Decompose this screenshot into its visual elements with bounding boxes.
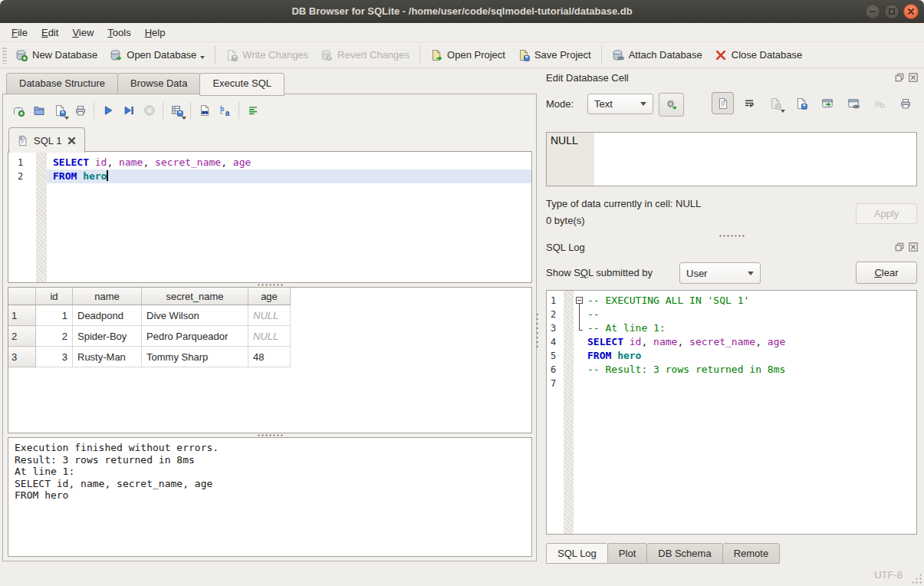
cell-secret-name[interactable]: Pedro Parqueador bbox=[142, 326, 248, 347]
cell-age[interactable]: NULL bbox=[248, 326, 291, 347]
print-cell-button[interactable] bbox=[894, 92, 916, 114]
save-results-button[interactable] bbox=[166, 100, 187, 121]
row-number[interactable]: 3 bbox=[8, 347, 36, 367]
dock-splitter[interactable] bbox=[546, 234, 917, 238]
log-line[interactable]: 4 SELECT id, name, secret_name, age bbox=[547, 335, 916, 349]
toolbar-close-database-button[interactable]: Close Database bbox=[709, 45, 809, 65]
close-sql-tab-icon[interactable] bbox=[67, 136, 77, 146]
chevron-down-icon[interactable] bbox=[182, 117, 186, 120]
table-row[interactable]: 33Rusty-ManTommy Sharp48 bbox=[8, 347, 291, 367]
tab-browse-data[interactable]: Browse Data bbox=[117, 73, 200, 94]
menu-file[interactable]: File bbox=[5, 25, 35, 41]
tab-execute-sql[interactable]: Execute SQL bbox=[199, 73, 284, 96]
fold-margin[interactable] bbox=[574, 294, 587, 308]
close-button[interactable] bbox=[903, 4, 919, 19]
sql-log-filter-combobox[interactable]: User bbox=[679, 262, 761, 284]
sql-log-filter-value: User bbox=[686, 268, 707, 279]
menu-tools[interactable]: Tools bbox=[100, 25, 137, 41]
cell-age[interactable]: NULL bbox=[248, 305, 291, 326]
format-sql-button[interactable] bbox=[242, 100, 263, 121]
cell-id[interactable]: 3 bbox=[36, 347, 73, 367]
cell-name[interactable]: Spider-Boy bbox=[73, 326, 142, 347]
column-header-secret-name[interactable]: secret_name bbox=[142, 288, 248, 305]
text-cursor bbox=[107, 170, 108, 181]
execute-all-icon bbox=[102, 104, 114, 117]
toolbar-open-database-button[interactable]: Open Database bbox=[104, 45, 211, 65]
cell-age[interactable]: 48 bbox=[248, 347, 291, 367]
results-grid[interactable]: idnamesecret_nameage 11DeadpondDive Wils… bbox=[8, 287, 532, 433]
bottom-tab-plot[interactable]: Plot bbox=[607, 543, 647, 564]
print-sql-button[interactable] bbox=[70, 100, 90, 121]
float-dock-icon[interactable] bbox=[894, 72, 904, 82]
attach-database-icon bbox=[612, 49, 624, 61]
find-replace-button[interactable]: ba bbox=[215, 100, 235, 121]
apply-cell-changes-button[interactable] bbox=[659, 93, 684, 117]
column-header-id[interactable]: id bbox=[36, 288, 73, 305]
menu-help[interactable]: Help bbox=[138, 25, 173, 41]
column-header-name[interactable]: name bbox=[73, 288, 142, 305]
toolbar-new-database-button[interactable]: New Database bbox=[9, 45, 104, 65]
toolbar-attach-database-button[interactable]: Attach Database bbox=[606, 45, 709, 65]
clear-log-button[interactable]: Clear bbox=[856, 262, 917, 284]
new-sql-tab-button[interactable] bbox=[8, 100, 28, 121]
log-line[interactable]: 6 -- Result: 3 rows returned in 8ms bbox=[547, 363, 916, 377]
copy-link-button[interactable] bbox=[842, 92, 864, 114]
window-titlebar[interactable]: DB Browser for SQLite - /home/user/code/… bbox=[0, 0, 924, 23]
cell-id[interactable]: 2 bbox=[36, 326, 73, 347]
chevron-down-icon[interactable] bbox=[200, 56, 205, 59]
cell-content-editor[interactable]: NULL bbox=[546, 132, 917, 186]
bottom-tab-db-schema[interactable]: DB Schema bbox=[646, 543, 722, 564]
bottom-tab-remote[interactable]: Remote bbox=[722, 543, 781, 564]
close-dock-icon[interactable] bbox=[908, 72, 918, 82]
sql-log-view[interactable]: 1 -- EXECUTING ALL IN 'SQL 1' 2 -- 3 -- … bbox=[546, 290, 917, 535]
export-data-button[interactable] bbox=[790, 92, 812, 114]
resize-grip-icon[interactable] bbox=[911, 573, 922, 584]
open-external-button[interactable] bbox=[816, 92, 838, 114]
close-dock-icon[interactable] bbox=[908, 242, 918, 252]
log-line[interactable]: 3 -- At line 1: bbox=[547, 321, 916, 335]
cell-name[interactable]: Rusty-Man bbox=[73, 347, 142, 367]
sql-editor-toolbar: ba bbox=[8, 99, 263, 122]
text-view-button[interactable] bbox=[712, 92, 734, 114]
sql-document-tab[interactable]: SQL 1 bbox=[8, 127, 85, 153]
table-row[interactable]: 22Spider-BoyPedro ParqueadorNULL bbox=[8, 326, 291, 347]
log-line[interactable]: 2 -- bbox=[547, 308, 916, 321]
tab-database-structure[interactable]: Database Structure bbox=[6, 73, 118, 94]
cell-name[interactable]: Deadpond bbox=[73, 305, 142, 326]
toolbar-save-project-button[interactable]: Save Project bbox=[511, 45, 597, 65]
row-number[interactable]: 2 bbox=[8, 326, 36, 347]
float-dock-icon[interactable] bbox=[894, 242, 904, 252]
cell-secret-name[interactable]: Tommy Sharp bbox=[142, 347, 248, 367]
row-number[interactable]: 1 bbox=[8, 305, 36, 326]
cell-id[interactable]: 1 bbox=[36, 305, 73, 326]
word-wrap-button[interactable] bbox=[738, 92, 760, 114]
toolbar-button-label: Close Database bbox=[732, 49, 803, 61]
log-line[interactable]: 1 -- EXECUTING ALL IN 'SQL 1' bbox=[547, 294, 916, 308]
column-header-age[interactable]: age bbox=[248, 288, 291, 305]
editor-line[interactable]: 1 SELECT id, name, secret_name, age bbox=[8, 156, 531, 170]
execute-all-button[interactable] bbox=[97, 100, 118, 121]
corner-header[interactable] bbox=[8, 288, 36, 305]
open-sql-file-button[interactable] bbox=[28, 100, 49, 121]
fold-margin bbox=[574, 321, 587, 335]
sql-editor[interactable]: 1 SELECT id, name, secret_name, age 2 FR… bbox=[8, 151, 532, 283]
minimize-button[interactable] bbox=[865, 4, 880, 19]
menu-edit[interactable]: Edit bbox=[35, 25, 65, 41]
toolbar-open-project-button[interactable]: Open Project bbox=[424, 45, 511, 65]
toolbar-drag-handle[interactable] bbox=[2, 47, 7, 64]
execution-status-log[interactable]: Execution finished without errors. Resul… bbox=[8, 437, 532, 557]
editor-line[interactable]: 2 FROM hero bbox=[8, 170, 531, 183]
log-line[interactable]: 5 FROM hero bbox=[547, 349, 916, 363]
mode-combobox[interactable]: Text bbox=[587, 94, 653, 114]
menu-view[interactable]: View bbox=[65, 25, 100, 41]
set-null-button bbox=[868, 92, 890, 114]
log-line[interactable]: 7 bbox=[547, 377, 916, 390]
table-row[interactable]: 11DeadpondDive WilsonNULL bbox=[8, 305, 291, 326]
find-text-button[interactable] bbox=[194, 100, 215, 121]
execute-current-line-button[interactable] bbox=[118, 100, 139, 121]
save-sql-file-button[interactable] bbox=[49, 100, 70, 121]
chevron-down-icon[interactable] bbox=[64, 117, 69, 120]
maximize-button[interactable] bbox=[884, 4, 899, 19]
bottom-tab-sql-log[interactable]: SQL Log bbox=[546, 543, 608, 564]
cell-secret-name[interactable]: Dive Wilson bbox=[142, 305, 248, 326]
